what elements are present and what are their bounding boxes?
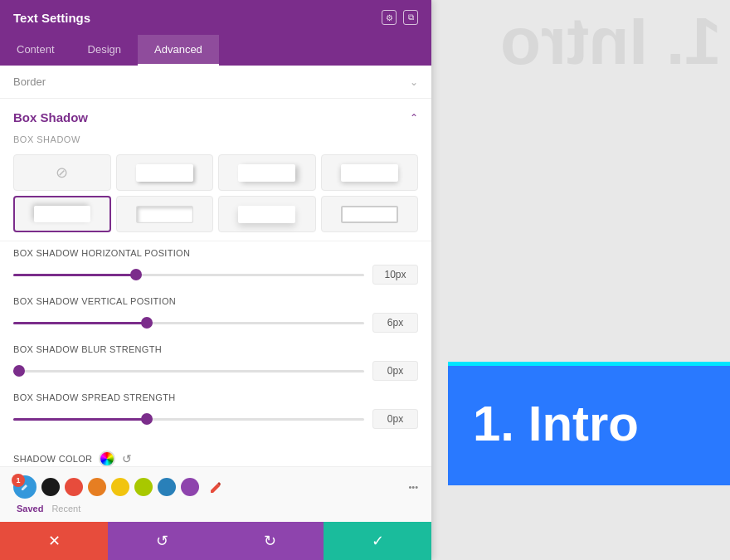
shadow-preview-7 — [341, 206, 398, 223]
no-shadow-icon: ⊘ — [56, 163, 68, 182]
color-dot-orange[interactable] — [88, 478, 106, 496]
redo-button[interactable]: ↻ — [216, 522, 324, 560]
horizontal-value[interactable]: 10px — [372, 265, 418, 285]
spread-slider-row: 0px — [13, 409, 418, 429]
vertical-fill — [13, 322, 147, 324]
border-section[interactable]: Border ⌄ — [0, 66, 431, 99]
horizontal-slider-track[interactable] — [13, 274, 364, 276]
shadow-presets-grid: ⊘ — [0, 151, 431, 241]
active-color-indicator[interactable]: 1 — [13, 475, 36, 499]
horizontal-label: Box Shadow Horizontal Position — [13, 248, 418, 258]
blur-label: Box Shadow Blur Strength — [13, 344, 418, 354]
titlebar-icons: ⚙ ⧉ — [382, 10, 418, 25]
vertical-slider-track[interactable] — [13, 322, 364, 324]
save-button[interactable]: ✓ — [324, 522, 431, 560]
shadow-preset-4[interactable] — [13, 196, 111, 232]
shadow-color-label: Shadow Color — [13, 454, 92, 464]
shadow-preview-1 — [136, 164, 193, 182]
color-dot-yellow[interactable] — [111, 478, 129, 496]
tab-advanced[interactable]: Advanced — [138, 35, 219, 66]
reset-button[interactable]: ↺ — [108, 522, 216, 560]
horizontal-slider-row: 10px — [13, 265, 418, 285]
blur-thumb[interactable] — [13, 365, 25, 377]
shadow-preview-4 — [34, 206, 90, 222]
box-shadow-title: Box Shadow — [13, 110, 88, 124]
saved-label[interactable]: Saved — [17, 504, 43, 514]
bottom-toolbar: 1 ••• — [0, 466, 431, 522]
vertical-value[interactable]: 6px — [372, 313, 418, 333]
tab-content[interactable]: Content — [0, 35, 71, 66]
tab-bar: Content Design Advanced — [0, 35, 431, 66]
settings-icon[interactable]: ⚙ — [382, 10, 397, 25]
color-count: 1 — [12, 474, 25, 487]
intro-box: 1. Intro — [448, 362, 730, 485]
shadow-preset-7[interactable] — [321, 196, 419, 232]
shadow-preset-6[interactable] — [218, 196, 316, 232]
shadow-preset-1[interactable] — [116, 154, 214, 191]
shadow-color-reset[interactable]: ↺ — [122, 452, 132, 465]
shadow-preview-5 — [136, 206, 193, 223]
blur-value[interactable]: 0px — [372, 361, 418, 381]
box-shadow-header[interactable]: Box Shadow ⌃ — [0, 99, 431, 131]
shadow-color-row: Shadow Color ↺ — [0, 442, 431, 466]
spread-fill — [13, 418, 147, 421]
spread-value[interactable]: 0px — [372, 409, 418, 429]
intro-text: 1. Intro — [473, 395, 639, 452]
titlebar: Text Settings ⚙ ⧉ — [0, 0, 431, 35]
intro-box-top-line — [448, 362, 730, 366]
settings-panel: Text Settings ⚙ ⧉ Content Design Advance… — [0, 0, 431, 560]
action-buttons: ✕ ↺ ↻ ✓ — [0, 522, 431, 560]
spread-label: Box Shadow Spread Strength — [13, 392, 418, 402]
more-options-dots[interactable]: ••• — [408, 482, 418, 492]
horizontal-fill — [13, 274, 136, 276]
vertical-thumb[interactable] — [141, 317, 153, 329]
blur-slider-track[interactable] — [13, 370, 364, 373]
blur-slider-row: 0px — [13, 361, 418, 381]
color-dot-lime[interactable] — [134, 478, 153, 496]
shadow-preset-5[interactable] — [116, 196, 214, 232]
expand-icon[interactable]: ⧉ — [403, 10, 418, 25]
shadow-color-picker[interactable] — [99, 450, 115, 466]
panel-content: Border ⌄ Box Shadow ⌃ Box Shadow ⊘ — [0, 66, 431, 466]
color-dot-blue[interactable] — [158, 478, 176, 496]
saved-recent-row: Saved Recent — [13, 504, 418, 514]
pencil-svg — [209, 480, 222, 494]
right-area: 1. Intro 1. Intro — [431, 0, 730, 560]
horizontal-thumb[interactable] — [130, 269, 142, 280]
shadow-preview-2 — [238, 164, 295, 182]
spread-slider-track[interactable] — [13, 418, 364, 421]
vertical-slider-row: 6px — [13, 313, 418, 333]
color-palette-row: 1 ••• — [13, 475, 418, 499]
vertical-label: Box Shadow Vertical Position — [13, 296, 418, 306]
box-shadow-chevron: ⌃ — [410, 112, 418, 124]
spread-thumb[interactable] — [141, 413, 153, 425]
shadow-preset-3[interactable] — [321, 154, 419, 191]
border-label: Border — [13, 75, 46, 88]
pencil-icon[interactable] — [204, 475, 227, 499]
color-dot-purple[interactable] — [181, 478, 199, 496]
shadow-preview-6 — [238, 206, 295, 223]
panel-title: Text Settings — [13, 11, 90, 25]
shadow-preview-3 — [341, 164, 398, 182]
recent-label[interactable]: Recent — [51, 504, 80, 514]
tab-design[interactable]: Design — [71, 35, 138, 66]
cancel-button[interactable]: ✕ — [0, 522, 108, 560]
watermark-text: 1. Intro — [500, 8, 722, 75]
slider-section: Box Shadow Horizontal Position 10px Box … — [0, 241, 431, 442]
color-dot-red[interactable] — [65, 478, 83, 496]
box-shadow-sublabel: Box Shadow — [0, 131, 431, 151]
border-chevron: ⌄ — [410, 76, 418, 88]
color-dot-black[interactable] — [41, 478, 60, 496]
shadow-preset-none[interactable]: ⊘ — [13, 154, 111, 191]
shadow-preset-2[interactable] — [218, 154, 316, 191]
